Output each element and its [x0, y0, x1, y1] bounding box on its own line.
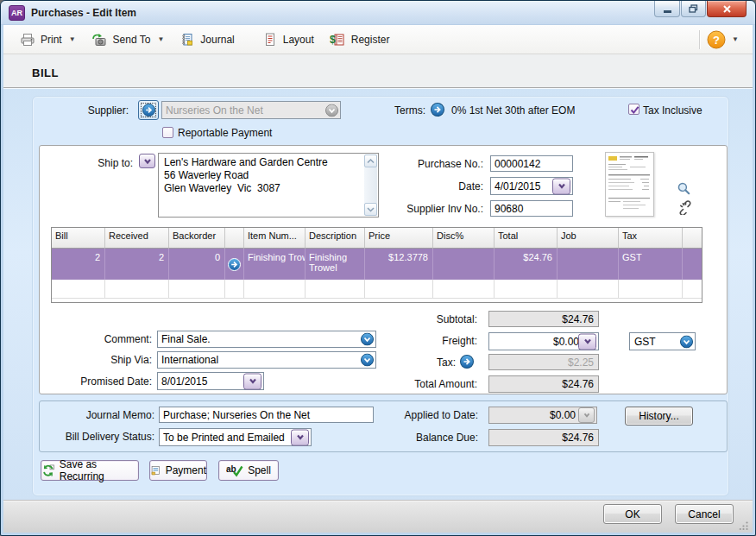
zoom-document-button[interactable] [677, 181, 691, 196]
comment-dropdown-icon[interactable] [361, 333, 374, 346]
applied-dropdown-button [578, 407, 595, 423]
comment-field[interactable] [157, 331, 376, 348]
document-preview-icon [606, 153, 653, 216]
date-label: Date: [371, 180, 483, 192]
purchases-edit-item-window: AR Purchases - Edit Item Print [0, 0, 756, 536]
minimize-icon [664, 10, 671, 13]
layout-button[interactable]: Layout [255, 28, 322, 51]
tax-detail-button[interactable] [460, 355, 474, 369]
attached-document-thumbnail[interactable] [605, 152, 654, 217]
subtotal-value: $24.76 [562, 313, 594, 325]
address-line: Len's Hardware and Garden Centre [164, 156, 361, 169]
history-button[interactable]: History... [625, 407, 693, 426]
layout-label: Layout [283, 34, 314, 46]
spell-check-icon: ab [226, 463, 243, 478]
col-header-total: Total [495, 228, 558, 249]
ship-to-address-box[interactable]: Len's Hardware and Garden Centre 56 Wave… [158, 153, 379, 218]
reportable-payment-checkbox[interactable] [162, 127, 173, 138]
supplier-detail-button[interactable] [138, 100, 159, 120]
ship-to-label: Ship to: [81, 157, 133, 169]
restore-button[interactable] [681, 1, 706, 17]
unlink-document-button[interactable] [677, 200, 692, 215]
toolbar: Print ▼ Send To ▼ Journal [3, 25, 753, 54]
freight-tax-code-field[interactable]: GST [629, 332, 696, 350]
register-label: Register [351, 34, 390, 46]
ship-via-label: Ship Via: [83, 354, 152, 366]
delivery-status-dropdown-button[interactable] [291, 429, 309, 445]
purchase-no-field[interactable] [490, 155, 573, 172]
cancel-button[interactable]: Cancel [675, 504, 734, 524]
date-field[interactable] [490, 177, 573, 195]
help-icon: ? [707, 30, 726, 49]
freight-tax-dropdown-icon[interactable] [680, 335, 693, 348]
table-header-row: Bill Received Backorder Item Num... Desc… [52, 228, 702, 249]
chevron-down-icon [582, 337, 594, 347]
toolbar-separator [699, 30, 700, 49]
close-button[interactable] [707, 1, 747, 17]
resize-grip[interactable] [738, 520, 749, 531]
journal-button[interactable]: Journal [172, 28, 242, 51]
col-header-description: Description [306, 228, 365, 249]
chevron-down-icon [142, 156, 154, 167]
help-button[interactable]: ? ▼ [707, 30, 744, 49]
col-header-job: Job [558, 228, 619, 249]
tax-field: $2.25 [488, 354, 599, 370]
print-label: Print [41, 34, 62, 46]
print-button[interactable]: Print ▼ [12, 28, 84, 51]
col-header-backorder: Backorder [169, 228, 225, 249]
col-header-bill: Bill [52, 228, 105, 249]
address-line: Glen Waverley Vic 3087 [164, 182, 361, 195]
svg-text:$: $ [330, 34, 336, 46]
col-header-blank [225, 228, 244, 249]
cell-bill: 2 [52, 249, 105, 280]
reportable-payment-label: Reportable Payment [178, 127, 272, 139]
date-dropdown-button[interactable] [552, 178, 570, 194]
cell-disc [433, 249, 495, 280]
total-amount-label: Total Amount: [391, 378, 477, 390]
freight-dropdown-button[interactable] [578, 333, 596, 350]
ship-via-field[interactable] [157, 351, 376, 369]
send-to-button[interactable]: Send To ▼ [84, 28, 173, 51]
total-amount-field: $24.76 [488, 375, 599, 393]
ship-to-dropdown-button[interactable] [139, 154, 155, 168]
cell-job [558, 249, 619, 280]
spell-label: Spell [248, 464, 271, 476]
layout-icon [262, 32, 278, 47]
col-header-item-number: Item Num... [244, 228, 306, 249]
magnifier-icon [677, 181, 691, 196]
supplier-inv-field[interactable] [490, 200, 573, 217]
supplier-dropdown-icon[interactable] [325, 104, 338, 117]
col-header-received: Received [105, 228, 169, 249]
cell-item-number: Finishing Trowel [244, 249, 306, 280]
save-as-recurring-button[interactable]: Save as Recurring [41, 460, 139, 481]
delivery-status-field[interactable] [159, 428, 312, 446]
send-to-dropdown-caret-icon: ▼ [157, 35, 164, 43]
payment-label: Payment [166, 464, 206, 476]
freight-tax-code-value: GST [634, 336, 656, 348]
line-items-table: Bill Received Backorder Item Num... Desc… [51, 227, 702, 303]
tax-inclusive-label: Tax Inclusive [643, 104, 702, 117]
freight-field[interactable] [488, 332, 599, 350]
register-button[interactable]: $ Register [322, 28, 398, 51]
ship-via-dropdown-icon[interactable] [361, 354, 374, 367]
chevron-down-icon [294, 432, 306, 443]
journal-memo-field[interactable] [159, 407, 374, 423]
payment-button[interactable]: Payment [149, 460, 207, 481]
promised-date-field[interactable] [157, 372, 264, 390]
terms-detail-button[interactable] [431, 103, 444, 117]
row-detail-button[interactable] [225, 249, 244, 280]
minimize-button[interactable] [654, 1, 680, 17]
supplier-field[interactable] [161, 101, 341, 119]
promised-date-dropdown-button[interactable] [243, 373, 261, 389]
window-title: Purchases - Edit Item [31, 7, 136, 19]
terms-value: 0% 1st Net 30th after EOM [451, 104, 575, 117]
ok-button[interactable]: OK [603, 504, 662, 524]
spell-button[interactable]: ab Spell [218, 460, 279, 481]
svg-text:?: ? [713, 33, 720, 46]
cell-price: $12.3778 [365, 249, 433, 280]
tax-inclusive-checkbox[interactable] [628, 104, 639, 115]
table-row-empty[interactable] [52, 280, 702, 299]
terms-label: Terms: [362, 104, 425, 117]
table-row-selected[interactable]: 2 2 0 Finishing Trowel Finishing Trowel … [52, 249, 702, 280]
payment-icon [150, 463, 161, 477]
